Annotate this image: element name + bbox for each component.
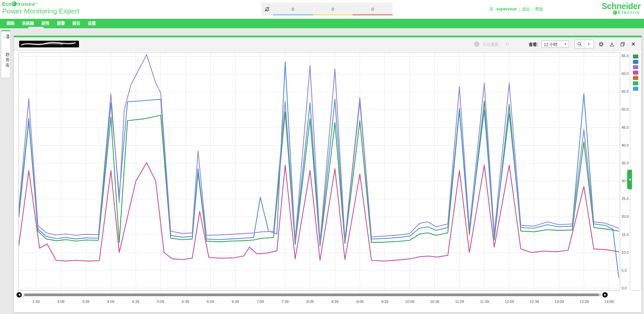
logout-link[interactable]: 退出: [522, 6, 530, 12]
logo-truxure-text: truxure: [17, 1, 35, 7]
x-tick-label: 14:09: [601, 300, 617, 304]
ecostruxure-swirl-icon: [12, 1, 17, 6]
user-icon: [489, 6, 494, 12]
x-tick-label: 7:39: [277, 300, 293, 304]
alarm-count-high[interactable]: 0: [353, 3, 393, 15]
nav-tab-5[interactable]: 报告: [69, 19, 84, 28]
zoom-control-group: [574, 40, 594, 48]
x-tick-label: 11:39: [476, 300, 492, 304]
x-tick-label: 12:09: [501, 300, 518, 304]
legend-swatch-6[interactable]: [633, 81, 638, 85]
alarm-low-colorbar: [273, 14, 313, 15]
refresh-spinner-icon: ↻: [506, 42, 509, 47]
logo-eco-text: Eco: [2, 1, 11, 7]
scroll-left-button[interactable]: [16, 292, 22, 298]
x-tick-label: 8:09: [302, 300, 318, 304]
scrollbar-track[interactable]: [23, 293, 602, 296]
download-button[interactable]: [608, 40, 615, 48]
active-tab-indicator: [28, 27, 44, 28]
alarm-mute-bell-icon[interactable]: [261, 3, 273, 15]
chevron-left-icon: [629, 178, 631, 181]
alarm-count-medium[interactable]: 0: [313, 3, 353, 15]
view-range-dropdown[interactable]: 12 小时 ▼: [541, 40, 569, 48]
close-icon: ×: [631, 41, 635, 47]
info-icon: !: [474, 42, 479, 47]
updating-status-text: 正在更新...: [483, 41, 502, 47]
nav-tab-6[interactable]: 设置: [84, 19, 99, 28]
legend-swatch-2[interactable]: [633, 60, 638, 64]
trend-library-label: 趋势库: [1, 45, 10, 76]
schneider-electric-text: Electric: [618, 10, 641, 15]
scrollbar-thumb[interactable]: [24, 293, 599, 296]
scroll-right-button[interactable]: [602, 292, 608, 298]
legend-swatch-4[interactable]: [633, 71, 638, 75]
x-tick-label: 6:09: [202, 300, 218, 304]
restore-icon: [620, 41, 626, 47]
alarm-summary-bar[interactable]: 0 0 0: [261, 3, 393, 15]
series-line-magenta: [19, 163, 619, 261]
play-icon: [588, 42, 591, 46]
x-tick-label: 8:39: [327, 300, 343, 304]
schneider-wordmark: Schneider: [602, 2, 641, 10]
schneider-swirl-icon: [613, 10, 617, 15]
x-tick-label: 5:39: [177, 300, 194, 304]
main-navbar: 视图系统图趋势报警报告设置: [0, 19, 644, 28]
left-sidebar-rail: → 趋势库: [0, 28, 12, 314]
legend-swatch-1[interactable]: [633, 54, 638, 58]
view-range-label: 查看:: [529, 41, 538, 47]
x-tick-label: 4:09: [103, 300, 119, 304]
x-tick-label: 12:39: [526, 300, 542, 304]
x-tick-label: 2:39: [28, 300, 44, 304]
x-tick-label: 3:09: [53, 300, 69, 304]
x-tick-label: 10:39: [427, 300, 443, 304]
alarm-count-medium-value: 0: [331, 7, 334, 12]
close-panel-button[interactable]: ×: [630, 40, 637, 48]
alarm-count-low[interactable]: 0: [273, 3, 313, 15]
search-icon: [577, 42, 582, 47]
view-range-value: 12 小时: [544, 41, 558, 47]
x-tick-label: 13:09: [551, 300, 567, 304]
play-forward-button[interactable]: [584, 40, 594, 48]
x-tick-label: 4:39: [127, 300, 144, 304]
nav-tab-4[interactable]: 报警: [53, 19, 69, 28]
arrow-left-icon: [18, 293, 20, 296]
expand-panel-icon[interactable]: →: [1, 34, 10, 39]
trend-panel-header: ! 正在更新... ↻ 查看: 12 小时 ▼: [14, 37, 642, 51]
alarm-count-high-value: 0: [371, 7, 374, 12]
ecostruxure-logo: Ecotruxure™ Power Monitoring Expert: [2, 1, 79, 15]
trend-library-collapsed-panel[interactable]: → 趋势库: [1, 30, 10, 78]
arrow-right-icon: [604, 293, 606, 296]
help-link[interactable]: 帮助: [535, 6, 543, 12]
separator: |: [519, 7, 520, 11]
alarm-medium-colorbar: [313, 14, 353, 15]
series-line-blue: [19, 62, 619, 277]
settings-button[interactable]: [597, 40, 605, 48]
x-tick-label: 11:09: [451, 300, 468, 304]
chevron-down-icon: ▼: [564, 43, 567, 46]
user-session-bar: supervisor | 退出 | 帮助: [489, 6, 543, 12]
x-tick-label: 9:09: [352, 300, 368, 304]
top-header: Ecotruxure™ Power Monitoring Expert 0 0: [0, 0, 644, 19]
legend-swatch-5[interactable]: [633, 76, 638, 80]
x-tick-label: 3:39: [78, 300, 94, 304]
legend-swatch-3[interactable]: [633, 65, 638, 69]
x-tick-label: 13:39: [576, 300, 592, 304]
restore-window-button[interactable]: [619, 40, 626, 48]
separator: |: [532, 7, 533, 11]
username: supervisor: [496, 7, 517, 11]
x-tick-label: 6:39: [227, 300, 243, 304]
legend-swatch-7[interactable]: [633, 87, 638, 91]
nav-tab-1[interactable]: 视图: [3, 19, 18, 28]
x-tick-label: 5:09: [153, 300, 169, 304]
x-tick-label: 7:09: [252, 300, 268, 304]
panel-title-redacted: [19, 41, 79, 47]
legend-collapse-handle[interactable]: [627, 170, 632, 189]
series-line-purple: [19, 55, 619, 243]
trend-chart-plot-area[interactable]: [18, 52, 620, 291]
product-title: Power Monitoring Expert: [2, 7, 79, 15]
x-tick-label: 10:09: [402, 300, 418, 304]
schneider-logo: Schneider Electric: [602, 2, 641, 15]
zoom-search-button[interactable]: [575, 40, 584, 48]
x-tick-label: 9:39: [377, 300, 393, 304]
trend-line-chart: [19, 52, 620, 290]
